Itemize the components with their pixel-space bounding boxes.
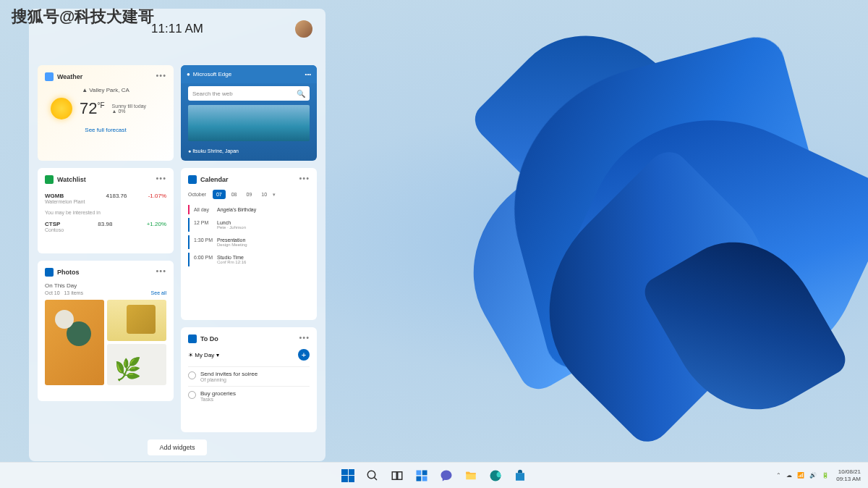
weather-location: ▲ Valley Park, CA xyxy=(45,87,166,93)
user-avatar[interactable] xyxy=(295,20,312,38)
cal-day[interactable]: 10 xyxy=(258,190,271,199)
widget-title: To Do xyxy=(200,335,218,342)
more-icon[interactable]: ••• xyxy=(305,71,311,77)
calendar-widget[interactable]: Calendar ••• October 07 08 09 10 ▾ All d… xyxy=(181,168,317,320)
widgets-button[interactable] xyxy=(411,465,433,487)
taskbar: ⌃ ☁ 📶 🔊 🔋 10/08/21 09:13 AM xyxy=(0,462,868,488)
cal-day[interactable]: 07 xyxy=(213,190,226,199)
explorer-button[interactable] xyxy=(460,465,482,487)
svg-point-0 xyxy=(367,471,375,479)
finance-widget[interactable]: Watchlist ••• WGMBWatermelon Plant 4183.… xyxy=(38,168,174,253)
photo-thumb[interactable] xyxy=(45,300,104,385)
finance-note: You may be interested in xyxy=(45,210,166,215)
edge-icon: ● xyxy=(187,71,190,77)
widget-title: Photos xyxy=(57,269,80,276)
stock-row[interactable]: CTSPContoso 83.98 +1.20% xyxy=(45,218,166,235)
widget-title: Microsoft Edge xyxy=(193,71,231,77)
svg-rect-2 xyxy=(392,471,396,479)
weather-extra: ▲ 0% xyxy=(112,109,146,114)
todo-icon xyxy=(188,335,197,343)
svg-rect-7 xyxy=(422,476,427,481)
clock-tray[interactable]: 10/08/21 09:13 AM xyxy=(836,468,861,482)
weather-widget[interactable]: Weather ••• ▲ Valley Park, CA 72°F Sunny… xyxy=(38,65,174,161)
svg-rect-4 xyxy=(417,470,422,475)
onedrive-icon[interactable]: ☁ xyxy=(786,472,792,479)
start-button[interactable] xyxy=(337,465,359,487)
more-icon[interactable]: ••• xyxy=(156,71,166,80)
widget-title: Calendar xyxy=(200,176,229,183)
chevron-down-icon[interactable]: ▾ xyxy=(273,192,276,198)
photos-widget[interactable]: Photos ••• On This Day Oct 10 13 items S… xyxy=(38,261,174,401)
svg-rect-9 xyxy=(516,473,524,481)
stock-row[interactable]: WGMBWatermelon Plant 4183.76 -1.07% xyxy=(45,190,166,207)
cal-day[interactable]: 09 xyxy=(243,190,256,199)
add-widgets-button[interactable]: Add widgets xyxy=(148,439,206,455)
more-icon[interactable]: ••• xyxy=(299,333,310,342)
weather-desc: Sunny till today xyxy=(112,104,146,109)
checkbox[interactable] xyxy=(188,391,196,399)
temperature: 72°F xyxy=(80,99,105,118)
system-tray[interactable]: ⌃ ☁ 📶 🔊 🔋 xyxy=(776,472,829,479)
widget-title: Weather xyxy=(57,73,82,80)
task-view-button[interactable] xyxy=(386,465,408,487)
todo-widget[interactable]: To Do ••• ☀ My Day ▾ + Send invites for … xyxy=(181,327,317,432)
edge-widget[interactable]: ● Microsoft Edge ••• Search the web 🔍 ● … xyxy=(181,65,317,161)
photos-icon xyxy=(45,268,54,277)
more-icon[interactable]: ••• xyxy=(156,174,166,182)
panel-clock: 11:11 AM xyxy=(151,22,203,36)
chat-button[interactable] xyxy=(435,465,457,487)
search-input[interactable]: Search the web 🔍 xyxy=(188,86,310,101)
page-watermark: 搜狐号@科技犬建哥 xyxy=(12,6,154,28)
todo-item[interactable]: Buy groceriesTasks xyxy=(188,386,310,405)
search-placeholder: Search the web xyxy=(192,91,297,97)
svg-rect-3 xyxy=(398,471,402,479)
svg-rect-6 xyxy=(417,476,422,481)
cal-day[interactable]: 08 xyxy=(228,190,241,199)
finance-icon xyxy=(45,175,54,184)
chevron-up-icon[interactable]: ⌃ xyxy=(776,472,781,479)
see-all-link[interactable]: See all xyxy=(151,290,166,295)
edge-button[interactable] xyxy=(485,465,506,487)
widget-title: Watchlist xyxy=(57,176,86,183)
more-icon[interactable]: ••• xyxy=(299,174,310,182)
cal-event[interactable]: All dayAngela's Birthday xyxy=(188,205,310,214)
add-todo-button[interactable]: + xyxy=(298,349,310,361)
cal-month: October xyxy=(188,192,206,197)
cal-event[interactable]: 12 PMLunch Pete · Johnson xyxy=(188,218,310,232)
svg-line-1 xyxy=(374,477,377,480)
image-caption: ● Itsuku Shrine, Japan xyxy=(181,146,317,156)
widgets-panel: 11:11 AM Weather ••• ▲ Valley Park, CA 7… xyxy=(29,9,326,461)
search-button[interactable] xyxy=(362,465,383,487)
sun-icon xyxy=(51,98,72,119)
forecast-link[interactable]: See full forecast xyxy=(45,127,166,133)
store-button[interactable] xyxy=(509,465,531,487)
photos-subtitle: On This Day xyxy=(45,282,166,289)
todo-item[interactable]: Send invites for soireeOf planning xyxy=(188,366,310,386)
weather-icon xyxy=(45,72,54,81)
cal-event[interactable]: 6:00 PMStudio Time Conf Rm 12:16 xyxy=(188,253,310,266)
volume-icon[interactable]: 🔊 xyxy=(809,472,817,479)
wifi-icon[interactable]: 📶 xyxy=(797,472,804,479)
battery-icon[interactable]: 🔋 xyxy=(822,472,829,479)
calendar-icon xyxy=(188,175,197,184)
bing-image xyxy=(188,105,310,141)
photo-thumb[interactable] xyxy=(107,344,166,385)
search-icon[interactable]: 🔍 xyxy=(297,90,305,98)
checkbox[interactable] xyxy=(188,371,196,379)
more-icon[interactable]: ••• xyxy=(156,266,166,275)
svg-rect-5 xyxy=(422,470,427,475)
photo-thumb[interactable] xyxy=(107,300,166,341)
cal-event[interactable]: 1:30 PMPresentation Design Meeting xyxy=(188,235,310,249)
todo-list-name[interactable]: ☀ My Day ▾ xyxy=(188,352,219,358)
